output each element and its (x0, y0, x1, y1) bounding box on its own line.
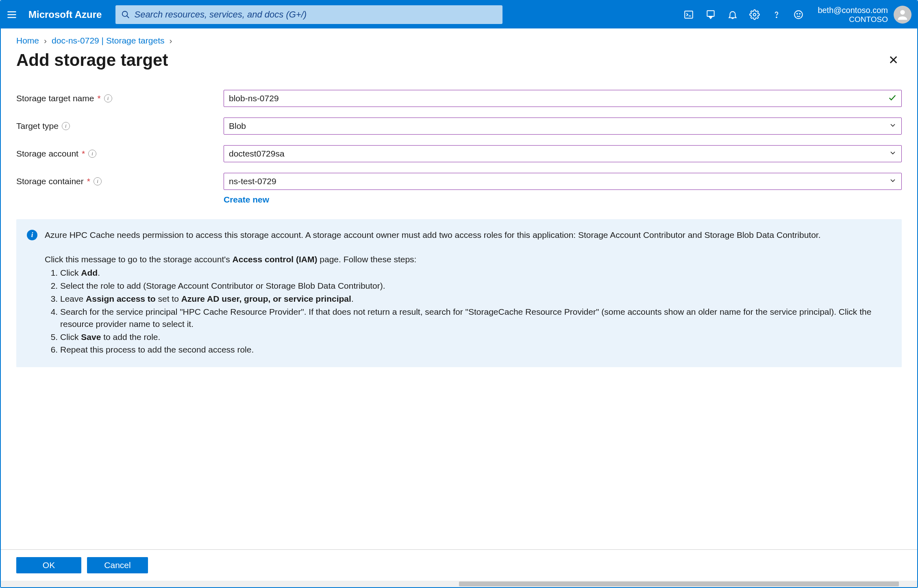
cancel-button[interactable]: Cancel (87, 557, 148, 573)
form: Storage target name * i Target type i Bl… (1, 82, 917, 205)
target-type-label: Target type (16, 121, 59, 131)
footer: OK Cancel (1, 549, 917, 581)
svg-point-11 (795, 11, 803, 19)
scrollbar-thumb[interactable] (459, 581, 899, 586)
hamburger-menu[interactable] (1, 1, 23, 28)
global-search[interactable] (115, 5, 503, 24)
breadcrumb-resource[interactable]: doc-ns-0729 | Storage targets (52, 36, 164, 46)
brand-label[interactable]: Microsoft Azure (23, 9, 112, 20)
required-marker: * (87, 176, 90, 186)
chevron-right-icon: › (169, 36, 172, 46)
info-step-3: Leave Assign access to set to Azure AD u… (60, 293, 891, 305)
user-email: beth@contoso.com (818, 5, 888, 15)
page-title: Add storage target (16, 50, 168, 70)
storage-container-label: Storage container (16, 176, 84, 186)
tenant-name: CONTOSO (818, 15, 888, 24)
info-step-6: Repeat this process to add the second ac… (60, 344, 891, 356)
directory-filter-icon[interactable] (700, 1, 722, 28)
svg-point-13 (800, 13, 801, 14)
svg-point-12 (797, 13, 798, 14)
header-icons (678, 1, 809, 28)
info-box[interactable]: i Azure HPC Cache needs permission to ac… (16, 219, 902, 367)
avatar[interactable] (894, 6, 911, 24)
svg-point-14 (900, 10, 905, 15)
svg-marker-8 (709, 16, 713, 18)
svg-rect-7 (707, 11, 714, 16)
svg-point-3 (122, 11, 128, 17)
info-icon[interactable]: i (104, 94, 112, 102)
cloud-shell-icon[interactable] (678, 1, 700, 28)
notifications-icon[interactable] (722, 1, 744, 28)
info-icon[interactable]: i (62, 122, 70, 130)
info-step-4: Search for the service principal "HPC Ca… (60, 306, 891, 330)
required-marker: * (97, 94, 100, 103)
storage-target-name-input[interactable] (224, 90, 902, 107)
info-step-5: Click Save to add the role. (60, 331, 891, 343)
target-type-select[interactable]: Blob (224, 118, 902, 135)
info-step-2: Select the role to add (Storage Account … (60, 280, 891, 292)
info-steps: Click Add. Select the role to add (Stora… (60, 267, 891, 356)
info-icon: i (27, 230, 37, 240)
help-icon[interactable] (766, 1, 787, 28)
create-new-link[interactable]: Create new (224, 195, 269, 205)
info-click-line: Click this message to go to the storage … (45, 253, 891, 266)
info-body: Azure HPC Cache needs permission to acce… (45, 229, 891, 357)
breadcrumb-home[interactable]: Home (16, 36, 39, 46)
feedback-icon[interactable] (787, 1, 809, 28)
storage-container-select[interactable]: ns-test-0729 (224, 173, 902, 190)
title-bar: Add storage target ✕ (1, 46, 917, 82)
storage-account-label: Storage account (16, 149, 78, 159)
check-icon (888, 93, 897, 104)
search-input[interactable] (134, 9, 497, 20)
svg-line-4 (127, 16, 129, 18)
svg-point-10 (777, 17, 777, 18)
svg-rect-5 (685, 11, 693, 18)
ok-button[interactable]: OK (16, 557, 81, 573)
info-step-1: Click Add. (60, 267, 891, 279)
top-bar: Microsoft Azure beth@contoso.com CONTOSO (1, 1, 917, 28)
breadcrumb: Home › doc-ns-0729 | Storage targets › (1, 28, 917, 46)
storage-account-select[interactable]: doctest0729sa (224, 145, 902, 162)
horizontal-scrollbar[interactable] (1, 581, 917, 587)
search-icon (121, 10, 130, 19)
svg-point-9 (753, 13, 756, 16)
info-intro: Azure HPC Cache needs permission to acce… (45, 229, 891, 241)
settings-icon[interactable] (744, 1, 766, 28)
account-block[interactable]: beth@contoso.com CONTOSO (809, 5, 911, 24)
required-marker: * (82, 149, 85, 159)
close-button[interactable]: ✕ (885, 50, 902, 70)
info-icon[interactable]: i (94, 177, 102, 185)
chevron-right-icon: › (44, 36, 47, 46)
info-icon[interactable]: i (88, 150, 96, 158)
storage-target-name-label: Storage target name (16, 94, 94, 103)
